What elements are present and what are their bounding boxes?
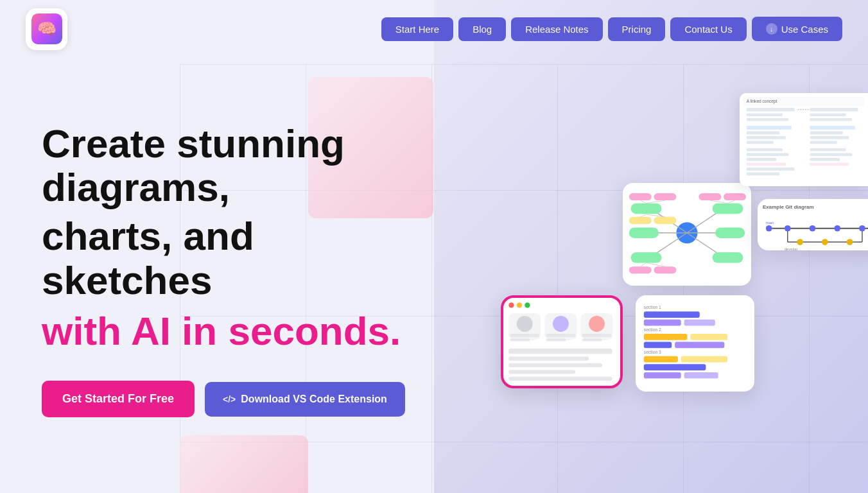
svg-rect-100 (747, 168, 795, 171)
svg-rect-84 (810, 108, 858, 112)
use-cases-label: Use Cases (781, 24, 828, 35)
release-notes-button[interactable]: Release Notes (511, 17, 602, 41)
svg-rect-63 (508, 377, 612, 381)
svg-rect-49 (510, 334, 539, 337)
svg-point-45 (517, 302, 522, 307)
svg-point-52 (553, 316, 569, 332)
svg-rect-67 (684, 320, 715, 326)
svg-rect-10 (715, 227, 745, 238)
svg-point-37 (859, 225, 865, 232)
svg-point-34 (785, 225, 791, 232)
svg-rect-90 (747, 136, 786, 139)
nav-links: Start Here Blog Release Notes Pricing Co… (381, 17, 842, 41)
svg-rect-66 (644, 320, 681, 326)
svg-point-41 (847, 239, 853, 245)
pricing-button[interactable]: Pricing (608, 17, 666, 41)
svg-rect-92 (810, 126, 855, 130)
svg-rect-98 (747, 158, 777, 161)
svg-rect-104 (810, 158, 840, 161)
start-here-button[interactable]: Start Here (381, 17, 453, 41)
svg-rect-97 (747, 153, 789, 156)
svg-rect-95 (810, 141, 837, 144)
hero-heading-gradient: with AI in seconds. (42, 307, 414, 355)
svg-text:section 3: section 3 (644, 350, 661, 354)
svg-rect-105 (810, 162, 849, 166)
svg-line-19 (710, 200, 728, 203)
svg-line-17 (640, 200, 646, 203)
preview-gantt: section 1 section 2 section 3 (636, 295, 754, 392)
logo-container[interactable]: 🧠 (26, 8, 67, 50)
svg-rect-82 (747, 113, 783, 116)
code-icon: </> (223, 394, 236, 404)
svg-text:section 1: section 1 (644, 305, 661, 309)
svg-rect-74 (644, 356, 678, 363)
svg-rect-101 (747, 172, 780, 175)
svg-rect-91 (747, 141, 774, 144)
svg-rect-69 (644, 334, 688, 340)
svg-rect-77 (644, 372, 681, 379)
use-cases-button[interactable]: ↓ Use Cases (752, 17, 842, 41)
download-vscode-button[interactable]: </> Download VS Code Extension (205, 382, 405, 417)
svg-text:A linked concept: A linked concept (747, 99, 777, 104)
svg-point-36 (834, 225, 840, 232)
svg-point-39 (797, 239, 803, 245)
svg-rect-9 (629, 227, 659, 238)
svg-rect-26 (654, 217, 676, 224)
preview-mindmap (623, 183, 751, 286)
svg-line-18 (647, 200, 665, 203)
preview-flowchart (501, 295, 623, 388)
svg-rect-15 (699, 193, 721, 200)
preview-container: Example Git diagram main develop (437, 58, 868, 493)
svg-point-48 (517, 316, 533, 332)
svg-rect-54 (546, 338, 566, 341)
logo-icon: 🧠 (31, 13, 62, 44)
preview-sequence-big: A linked concept (740, 93, 868, 186)
svg-rect-99 (747, 162, 786, 166)
svg-rect-58 (582, 338, 602, 341)
svg-rect-59 (508, 349, 612, 354)
svg-rect-83 (747, 118, 789, 121)
svg-text:develop: develop (785, 247, 797, 250)
svg-rect-93 (810, 132, 843, 135)
svg-rect-94 (810, 136, 849, 139)
hero-heading-line2: charts, and sketches (42, 214, 414, 302)
svg-line-24 (647, 263, 665, 267)
svg-rect-103 (810, 153, 852, 156)
svg-point-56 (589, 316, 605, 332)
svg-rect-11 (631, 252, 662, 263)
svg-rect-89 (747, 132, 780, 135)
svg-rect-72 (675, 342, 724, 349)
get-started-button[interactable]: Get Started For Free (42, 381, 195, 417)
svg-rect-86 (810, 118, 852, 121)
svg-rect-22 (654, 266, 676, 273)
svg-line-28 (647, 214, 665, 217)
svg-rect-71 (644, 342, 672, 349)
svg-rect-7 (631, 203, 662, 214)
svg-point-40 (822, 239, 828, 245)
blog-button[interactable]: Blog (458, 17, 506, 41)
svg-rect-13 (629, 193, 652, 200)
svg-rect-14 (654, 193, 676, 200)
svg-rect-60 (508, 356, 589, 360)
download-icon: ↓ (766, 23, 777, 35)
svg-rect-96 (747, 148, 783, 151)
svg-rect-62 (508, 370, 575, 374)
svg-rect-75 (681, 356, 727, 363)
svg-rect-50 (510, 338, 530, 341)
svg-rect-78 (684, 372, 718, 379)
contact-us-button[interactable]: Contact Us (670, 17, 746, 41)
svg-point-33 (766, 225, 772, 232)
svg-point-46 (525, 302, 530, 307)
svg-rect-53 (546, 334, 576, 337)
svg-rect-81 (747, 108, 795, 112)
svg-rect-76 (644, 364, 706, 370)
navigation: 🧠 Start Here Blog Release Notes Pricing … (0, 0, 868, 58)
vscode-button-label: Download VS Code Extension (241, 394, 387, 405)
svg-rect-16 (724, 193, 746, 200)
svg-line-27 (640, 214, 646, 217)
svg-rect-70 (690, 334, 727, 340)
svg-rect-25 (629, 217, 652, 224)
svg-point-35 (810, 225, 816, 232)
svg-rect-12 (713, 252, 743, 263)
svg-text:main: main (766, 221, 774, 225)
